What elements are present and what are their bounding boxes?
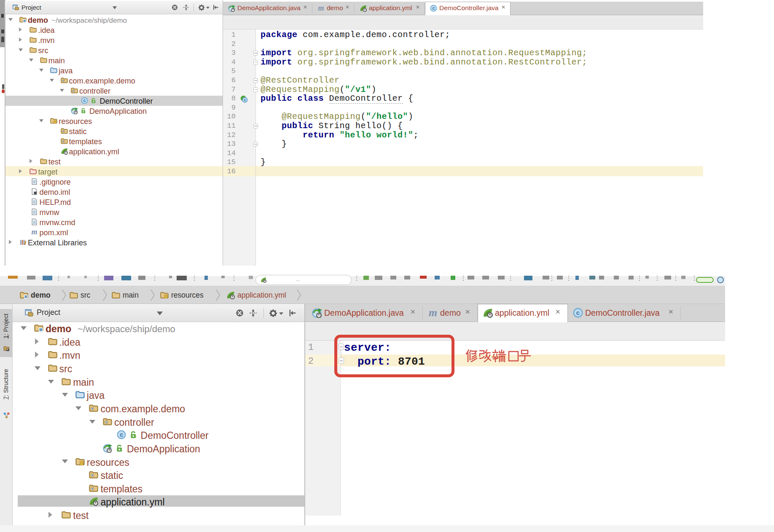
svg-text:c: c [244,98,246,102]
